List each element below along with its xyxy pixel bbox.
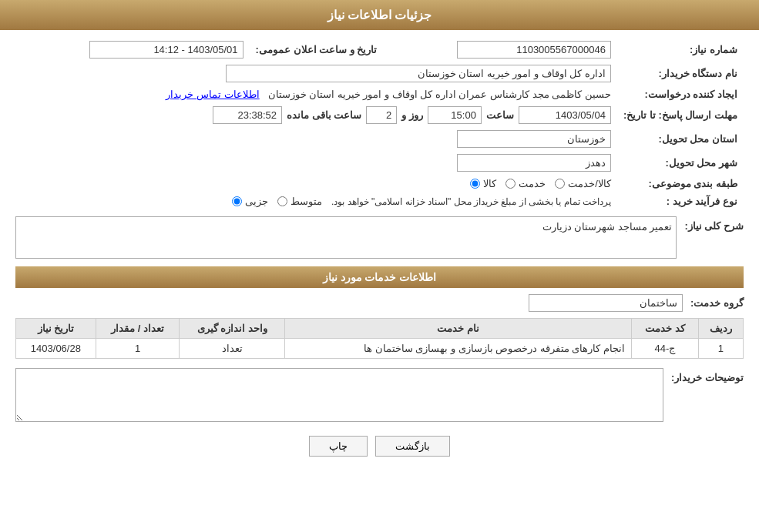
deadline-time-box: 15:00 xyxy=(428,106,482,124)
province-value: خوزستان xyxy=(15,127,617,151)
cell-service-code: ج-44 xyxy=(632,339,699,359)
buyer-notes-textarea[interactable] xyxy=(15,368,663,422)
services-table: ردیف کد خدمت نام خدمت واحد اندازه گیری ت… xyxy=(15,318,744,359)
cell-service-name: انجام کارهای متفرقه درخصوص بازسازی و بهس… xyxy=(285,339,632,359)
description-label: شرح کلی نیاز: xyxy=(684,220,744,232)
deadline-remaining-label: ساعت باقی مانده xyxy=(287,109,361,121)
deadline-days-box: 2 xyxy=(366,106,397,124)
creator-label: ایجاد کننده درخواست: xyxy=(617,85,744,103)
announcement-date-box: 1403/05/01 - 14:12 xyxy=(89,41,243,59)
province-label: استان محل تحویل: xyxy=(617,127,744,151)
cell-quantity: 1 xyxy=(96,339,180,359)
need-number-label: شماره نیاز: xyxy=(617,38,744,62)
need-number-value: 1103005567000046 xyxy=(383,38,617,62)
table-row: 1 ج-44 انجام کارهای متفرقه درخصوص بازساز… xyxy=(16,339,744,359)
category-kala-khidmat: کالا/خدمت xyxy=(555,178,611,189)
process-medium: متوسط xyxy=(277,196,322,207)
city-label: شهر محل تحویل: xyxy=(617,151,744,175)
button-row: بازگشت چاپ xyxy=(15,436,744,457)
deadline-value: 1403/05/04 ساعت 15:00 روز و 2 ساعت باقی … xyxy=(15,103,617,127)
process-medium-label: متوسط xyxy=(291,196,322,207)
deadline-time-label: ساعت xyxy=(486,109,514,121)
service-group-box: ساختمان xyxy=(529,294,683,312)
col-service-code: کد خدمت xyxy=(632,319,699,339)
category-kala: کالا xyxy=(470,178,496,189)
process-value: پرداخت تمام یا بخشی از مبلغ خریداز محل "… xyxy=(15,192,617,210)
services-section-title: اطلاعات خدمات مورد نیاز xyxy=(15,266,744,288)
deadline-date-box: 1403/05/04 xyxy=(519,106,611,124)
announcement-date-value: 1403/05/01 - 14:12 xyxy=(15,38,250,62)
buyer-notes-label: توضیحات خریدار: xyxy=(671,372,744,383)
category-kala-khidmat-radio[interactable] xyxy=(555,179,565,189)
province-box: خوزستان xyxy=(457,130,611,148)
category-label: طبقه بندی موضوعی: xyxy=(617,175,744,192)
main-info-table: شماره نیاز: 1103005567000046 تاریخ و ساع… xyxy=(15,38,744,210)
creator-contact-link[interactable]: اطلاعات تماس خریدار xyxy=(166,89,259,100)
category-kala-radio[interactable] xyxy=(470,179,480,189)
process-partial-radio[interactable] xyxy=(232,196,242,206)
col-unit: واحد اندازه گیری xyxy=(180,319,285,339)
process-medium-radio[interactable] xyxy=(277,196,287,206)
description-box: تعمیر مساجد شهرستان دزیارت xyxy=(15,216,677,259)
city-box: دهدز xyxy=(457,154,611,172)
process-note: پرداخت تمام یا بخشی از مبلغ خریداز محل "… xyxy=(331,196,611,207)
creator-value: حسین کاظمی مجد کارشناس عمران اداره کل او… xyxy=(15,85,617,103)
category-kala-khidmat-label: کالا/خدمت xyxy=(568,178,611,189)
category-khidmat: خدمت xyxy=(505,178,546,189)
cell-rownum: 1 xyxy=(698,339,743,359)
back-button[interactable]: بازگشت xyxy=(375,436,450,457)
col-date: تاریخ نیاز xyxy=(16,319,96,339)
creator-name: حسین کاظمی مجد کارشناس عمران اداره کل او… xyxy=(268,89,611,100)
print-button[interactable]: چاپ xyxy=(309,436,368,457)
category-khidmat-label: خدمت xyxy=(519,178,546,189)
buyer-org-value: اداره کل اوقاف و امور خیریه استان خوزستا… xyxy=(15,62,617,85)
deadline-label: مهلت ارسال پاسخ: تا تاریخ: xyxy=(617,103,744,127)
category-khidmat-radio[interactable] xyxy=(505,179,516,189)
cell-unit: تعداد xyxy=(180,339,285,359)
need-number-box: 1103005567000046 xyxy=(457,41,611,59)
buyer-org-label: نام دستگاه خریدار: xyxy=(617,62,744,85)
category-kala-label: کالا xyxy=(483,178,496,189)
cell-date: 1403/06/28 xyxy=(16,339,96,359)
deadline-remaining-box: 23:38:52 xyxy=(213,106,282,124)
buyer-org-box: اداره کل اوقاف و امور خیریه استان خوزستا… xyxy=(226,65,611,82)
col-quantity: تعداد / مقدار xyxy=(96,319,180,339)
process-partial-label: جزیی xyxy=(245,196,268,207)
city-value: دهدز xyxy=(15,151,617,175)
announcement-date-label: تاریخ و ساعت اعلان عمومی: xyxy=(250,38,384,62)
col-service-name: نام خدمت xyxy=(285,319,632,339)
col-rownum: ردیف xyxy=(698,319,743,339)
process-partial: جزیی xyxy=(232,196,268,207)
service-group-label: گروه خدمت: xyxy=(690,297,744,309)
page-title: جزئیات اطلاعات نیاز xyxy=(0,0,759,30)
process-label: نوع فرآیند خرید : xyxy=(617,192,744,210)
deadline-day-label: روز و xyxy=(401,109,423,121)
category-value: کالا/خدمت خدمت کالا xyxy=(15,175,617,192)
